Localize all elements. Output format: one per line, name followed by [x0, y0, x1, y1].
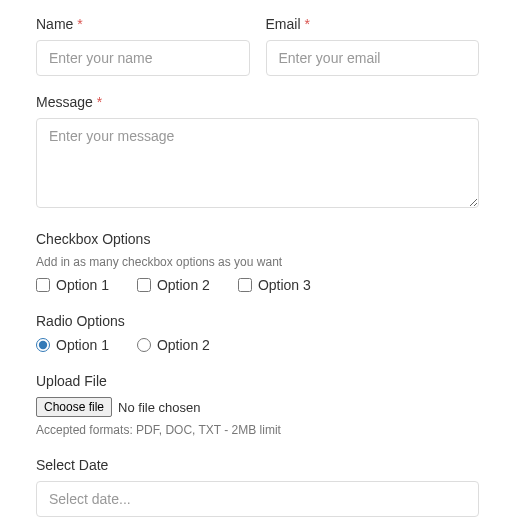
contact-form: Name * Email * Message * Checkbox Option…	[36, 16, 479, 527]
required-indicator: *	[97, 94, 102, 110]
date-input[interactable]	[36, 481, 479, 517]
checkbox-label-1: Option 1	[56, 277, 109, 293]
checkbox-helper: Add in as many checkbox options as you w…	[36, 255, 479, 269]
file-input-row: Choose file No file chosen	[36, 397, 479, 417]
checkbox-label-2: Option 2	[157, 277, 210, 293]
name-label: Name *	[36, 16, 250, 32]
radio-item[interactable]: Option 2	[137, 337, 210, 353]
upload-section: Upload File Choose file No file chosen A…	[36, 373, 479, 437]
upload-helper: Accepted formats: PDF, DOC, TXT - 2MB li…	[36, 423, 479, 437]
message-textarea[interactable]	[36, 118, 479, 208]
email-group: Email *	[266, 16, 480, 76]
message-label: Message *	[36, 94, 479, 110]
required-indicator: *	[77, 16, 82, 32]
checkbox-item[interactable]: Option 2	[137, 277, 210, 293]
required-indicator: *	[304, 16, 309, 32]
checkbox-input-3[interactable]	[238, 278, 252, 292]
radio-item[interactable]: Option 1	[36, 337, 109, 353]
radio-section-label: Radio Options	[36, 313, 479, 329]
radio-label-2: Option 2	[157, 337, 210, 353]
radio-section: Radio Options Option 1 Option 2	[36, 313, 479, 353]
message-label-text: Message	[36, 94, 93, 110]
date-section: Select Date	[36, 457, 479, 517]
radio-group: Option 1 Option 2	[36, 337, 479, 353]
email-label-text: Email	[266, 16, 301, 32]
name-input[interactable]	[36, 40, 250, 76]
choose-file-button[interactable]: Choose file	[36, 397, 112, 417]
email-label: Email *	[266, 16, 480, 32]
checkbox-input-2[interactable]	[137, 278, 151, 292]
checkbox-label-3: Option 3	[258, 277, 311, 293]
date-label: Select Date	[36, 457, 479, 473]
message-group: Message *	[36, 94, 479, 211]
checkbox-group: Option 1 Option 2 Option 3	[36, 277, 479, 293]
checkbox-item[interactable]: Option 3	[238, 277, 311, 293]
checkbox-input-1[interactable]	[36, 278, 50, 292]
radio-input-1[interactable]	[36, 338, 50, 352]
radio-input-2[interactable]	[137, 338, 151, 352]
radio-label-1: Option 1	[56, 337, 109, 353]
upload-label: Upload File	[36, 373, 479, 389]
email-input[interactable]	[266, 40, 480, 76]
checkbox-item[interactable]: Option 1	[36, 277, 109, 293]
name-group: Name *	[36, 16, 250, 76]
file-status: No file chosen	[118, 400, 200, 415]
checkbox-section: Checkbox Options Add in as many checkbox…	[36, 231, 479, 293]
checkbox-section-label: Checkbox Options	[36, 231, 479, 247]
name-label-text: Name	[36, 16, 73, 32]
